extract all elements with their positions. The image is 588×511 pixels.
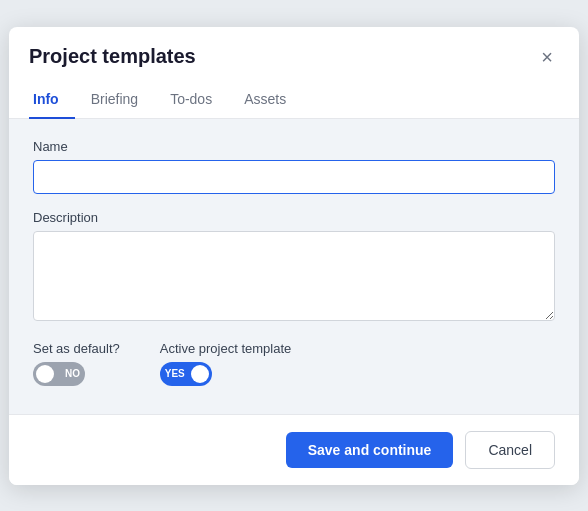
toggles-row: Set as default? NO Active project templa… [33, 341, 555, 386]
active-toggle-label: Active project template [160, 341, 292, 356]
tab-todos[interactable]: To-dos [154, 81, 228, 119]
tab-briefing[interactable]: Briefing [75, 81, 154, 119]
description-textarea[interactable] [33, 231, 555, 321]
active-toggle-group: Active project template YES [160, 341, 292, 386]
tab-assets[interactable]: Assets [228, 81, 302, 119]
active-toggle-switch[interactable]: YES [160, 362, 212, 386]
name-label: Name [33, 139, 555, 154]
active-toggle-knob [191, 365, 209, 383]
tabs-container: Info Briefing To-dos Assets [9, 81, 579, 119]
default-toggle-label: Set as default? [33, 341, 120, 356]
default-toggle-text: NO [65, 368, 80, 379]
tab-info[interactable]: Info [29, 81, 75, 119]
close-button[interactable]: × [535, 45, 559, 69]
default-toggle[interactable]: NO [33, 362, 120, 386]
modal-title: Project templates [29, 45, 196, 68]
modal-body: Name Description Set as default? NO [9, 119, 579, 414]
active-toggle[interactable]: YES [160, 362, 292, 386]
cancel-button[interactable]: Cancel [465, 431, 555, 469]
name-input[interactable] [33, 160, 555, 194]
default-toggle-group: Set as default? NO [33, 341, 120, 386]
active-toggle-text: YES [165, 368, 185, 379]
name-field-group: Name [33, 139, 555, 194]
description-field-group: Description [33, 210, 555, 325]
modal-overlay: Project templates × Info Briefing To-dos… [0, 0, 588, 511]
default-toggle-switch[interactable]: NO [33, 362, 85, 386]
default-toggle-knob [36, 365, 54, 383]
modal-footer: Save and continue Cancel [9, 414, 579, 485]
description-label: Description [33, 210, 555, 225]
save-continue-button[interactable]: Save and continue [286, 432, 454, 468]
modal-dialog: Project templates × Info Briefing To-dos… [9, 27, 579, 485]
modal-header: Project templates × [9, 27, 579, 69]
